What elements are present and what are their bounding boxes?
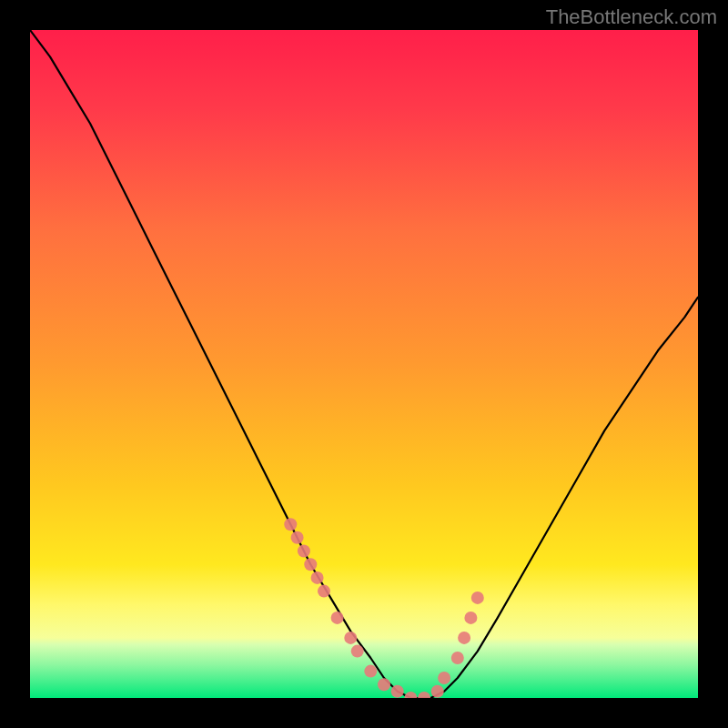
marker-point (471, 592, 484, 604)
marker-point (351, 645, 364, 658)
marker-point (298, 545, 310, 558)
marker-point (378, 678, 390, 691)
marker-point (291, 531, 304, 544)
marker-point (284, 518, 297, 531)
marker-point (311, 571, 324, 584)
marker-point (451, 652, 464, 664)
marker-point (318, 585, 330, 598)
marker-point (391, 685, 404, 698)
marker-point (364, 665, 377, 678)
marker-point (458, 632, 470, 644)
marker-point (344, 632, 357, 644)
plot-area (30, 30, 698, 698)
marker-point (304, 558, 317, 571)
marker-point (438, 672, 450, 684)
watermark-text: TheBottleneck.com (546, 5, 717, 29)
chart-svg (30, 30, 698, 698)
marker-point (331, 612, 344, 624)
svg-rect-0 (30, 30, 698, 698)
marker-point (431, 685, 444, 698)
marker-point (464, 612, 477, 624)
chart-frame: TheBottleneck.com (0, 0, 728, 728)
